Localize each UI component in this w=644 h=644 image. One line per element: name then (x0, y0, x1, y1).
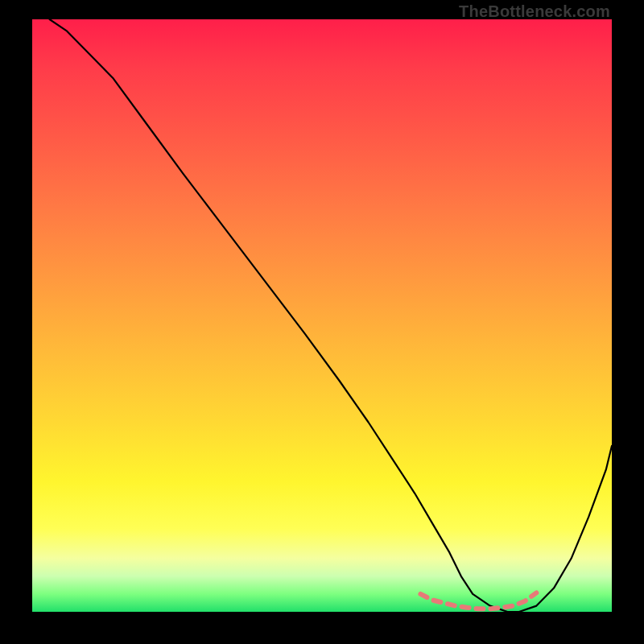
watermark-text: TheBottleneck.com (459, 2, 610, 21)
plot-area (32, 19, 612, 612)
bottleneck-curve (50, 19, 612, 612)
chart-frame: TheBottleneck.com (0, 0, 644, 644)
valley-dashed-segment (420, 592, 536, 609)
chart-svg (32, 19, 612, 612)
